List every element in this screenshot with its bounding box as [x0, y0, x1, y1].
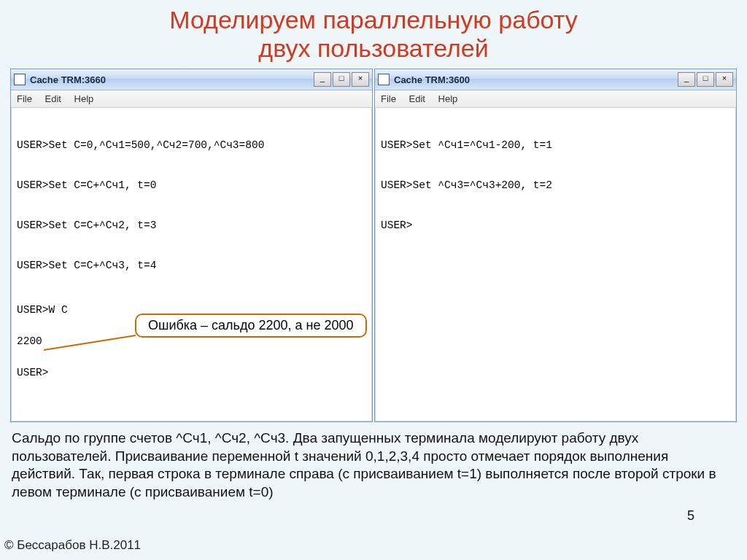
- menu-help[interactable]: Help: [438, 93, 458, 104]
- terminal-line: USER>Set C=C+^Сч3, t=4: [17, 256, 366, 276]
- terminals-row: Cache TRM:3660 _ □ × File Edit Help USER…: [0, 69, 747, 422]
- terminal-line: USER>: [381, 216, 730, 236]
- terminal-line: USER>Set C=0,^Сч1=500,^Сч2=700,^Сч3=800: [17, 136, 366, 156]
- window-title-right: Cache TRM:3600: [394, 74, 678, 85]
- menu-file[interactable]: File: [17, 93, 32, 104]
- page-number: 5: [687, 508, 694, 524]
- menubar-right: File Edit Help: [375, 90, 736, 108]
- terminal-line: USER>Set C=C+^Сч1, t=0: [17, 176, 366, 196]
- window-title-left: Cache TRM:3660: [30, 74, 314, 85]
- terminal-line: USER>Set ^Сч1=^Сч1-200, t=1: [381, 136, 730, 156]
- terminal-window-left: Cache TRM:3660 _ □ × File Edit Help USER…: [10, 69, 373, 422]
- maximize-button[interactable]: □: [333, 72, 350, 87]
- title-line2: двух пользователей: [258, 34, 488, 62]
- menu-file[interactable]: File: [381, 93, 396, 104]
- menubar-left: File Edit Help: [11, 90, 372, 108]
- terminal-line: USER>Set ^Сч3=^Сч3+200, t=2: [381, 176, 730, 196]
- menu-edit[interactable]: Edit: [45, 93, 61, 104]
- copyright: © Бессарабов Н.В.2011: [4, 538, 141, 553]
- minimize-button[interactable]: _: [314, 72, 331, 87]
- window-buttons: _ □ ×: [314, 72, 369, 87]
- terminal-line: USER>: [17, 368, 366, 378]
- window-buttons: _ □ ×: [678, 72, 733, 87]
- terminal-body-left[interactable]: USER>Set C=0,^Сч1=500,^Сч2=700,^Сч3=800 …: [11, 108, 372, 421]
- terminal-line: 2200: [17, 336, 366, 347]
- close-button[interactable]: ×: [716, 72, 733, 87]
- terminal-line: USER>Set C=C+^Сч2, t=3: [17, 216, 366, 236]
- app-icon: [14, 74, 26, 85]
- close-button[interactable]: ×: [352, 72, 369, 87]
- terminal-body-right[interactable]: USER>Set ^Сч1=^Сч1-200, t=1 USER>Set ^Сч…: [375, 108, 736, 381]
- titlebar-left: Cache TRM:3660 _ □ ×: [11, 69, 372, 90]
- titlebar-right: Cache TRM:3600 _ □ ×: [375, 69, 736, 90]
- menu-help[interactable]: Help: [74, 93, 94, 104]
- error-callout: Ошибка – сальдо 2200, а не 2000: [135, 314, 367, 338]
- terminal-window-right: Cache TRM:3600 _ □ × File Edit Help USER…: [374, 69, 737, 422]
- minimize-button[interactable]: _: [678, 72, 695, 87]
- app-icon: [378, 74, 390, 85]
- slide-title: Моделируем параллельную работу двух поль…: [0, 6, 747, 63]
- menu-edit[interactable]: Edit: [409, 93, 425, 104]
- explanation-text: Сальдо по группе счетов ^Сч1, ^Сч2, ^Сч3…: [0, 422, 747, 502]
- maximize-button[interactable]: □: [697, 72, 714, 87]
- title-line1: Моделируем параллельную работу: [169, 6, 577, 34]
